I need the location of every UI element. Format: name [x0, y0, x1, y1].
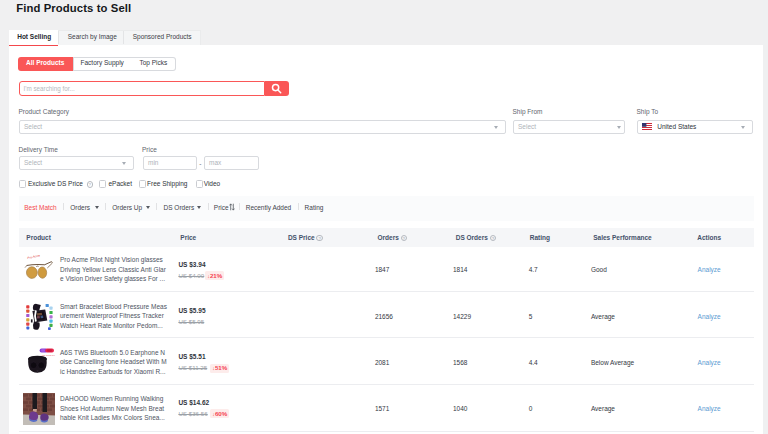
- svg-text:A6S-TWS 5.0: A6S-TWS 5.0: [41, 353, 55, 355]
